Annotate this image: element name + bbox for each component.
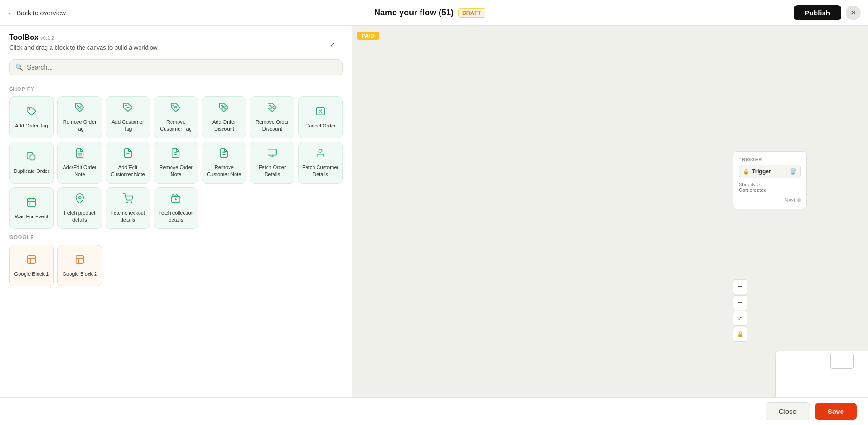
google-block-2-icon: [75, 254, 85, 267]
block-remove-order-discount[interactable]: Remove Order Discount: [250, 96, 294, 138]
app-header: ← Back to overview Name your flow (51) D…: [0, 0, 868, 26]
block-remove-customer-tag[interactable]: Remove Customer Tag: [154, 96, 198, 138]
block-duplicate-order[interactable]: Duplicate Order: [9, 142, 54, 184]
google-block-1-icon: [26, 254, 37, 267]
svg-point-12: [224, 108, 226, 109]
remove-customer-note-icon: [219, 148, 229, 160]
trigger-box-left: 🔒 Trigger: [743, 168, 771, 175]
block-remove-order-note[interactable]: Remove Order Note: [154, 142, 198, 184]
block-add-customer-tag-label: Add Customer Tag: [109, 119, 147, 132]
back-arrow-icon: ←: [7, 9, 14, 17]
block-add-order-discount[interactable]: Add Order Discount: [202, 96, 246, 138]
block-fetch-product-details-label: Fetch product details: [61, 209, 99, 223]
block-fetch-customer-details[interactable]: Fetch Customer Details: [298, 142, 343, 184]
cancel-order-icon: [315, 106, 326, 119]
trigger-name: Trigger: [752, 168, 771, 175]
lock-icon: 🔒: [743, 169, 749, 175]
remove-customer-tag-icon: [171, 102, 181, 115]
trigger-box: 🔒 Trigger 🗑️: [739, 165, 801, 178]
block-fetch-customer-details-label: Fetch Customer Details: [301, 164, 339, 178]
remove-order-discount-icon: [267, 102, 277, 115]
google-blocks-grid: Google Block 1 Google Block 2: [9, 245, 343, 286]
trigger-next: Next: [739, 197, 801, 203]
zoom-out-button[interactable]: −: [733, 295, 747, 310]
search-container: 🔍: [9, 59, 343, 75]
block-fetch-product-details[interactable]: Fetch product details: [57, 187, 102, 229]
add-customer-tag-icon: [123, 102, 133, 115]
block-add-order-tag[interactable]: Add Order Tag: [9, 96, 54, 138]
block-add-edit-customer-note[interactable]: Add/Edit Customer Note: [106, 142, 150, 184]
back-button[interactable]: ← Back to overview: [7, 9, 66, 17]
fit-screen-button[interactable]: ⤢: [733, 311, 747, 326]
back-label: Back to overview: [17, 9, 66, 17]
main-content: ToolBox v0.1.2 ⤢ Click and drag a block …: [0, 26, 868, 397]
add-edit-order-note-icon: [75, 148, 85, 160]
duplicate-order-icon: [26, 152, 37, 164]
wait-for-event-icon: [26, 197, 37, 209]
svg-rect-29: [268, 149, 276, 155]
fetch-collection-details-icon: [171, 193, 181, 206]
block-add-customer-tag[interactable]: Add Customer Tag: [106, 96, 150, 138]
block-add-edit-customer-note-label: Add/Edit Customer Note: [109, 164, 147, 178]
block-duplicate-order-label: Duplicate Order: [13, 168, 49, 174]
block-fetch-order-details-label: Fetch Order Details: [253, 164, 291, 178]
block-google-2-label: Google Block 2: [62, 271, 97, 277]
add-order-discount-icon: [219, 102, 229, 115]
collapse-button[interactable]: ⤢: [330, 41, 335, 48]
svg-rect-31: [28, 198, 36, 206]
block-fetch-collection-details[interactable]: Fetch collection details: [154, 187, 198, 229]
svg-point-8: [173, 105, 174, 106]
block-wait-for-event[interactable]: Wait For Event: [9, 187, 54, 229]
save-button[interactable]: Save: [815, 403, 857, 420]
block-add-edit-order-note[interactable]: Add/Edit Order Note: [57, 142, 102, 184]
block-google-1-label: Google Block 1: [14, 271, 49, 277]
header-left: ← Back to overview: [7, 9, 66, 17]
remove-order-tag-icon: [75, 102, 85, 115]
svg-point-5: [125, 105, 126, 106]
trigger-delete-icon[interactable]: 🗑️: [790, 168, 797, 175]
add-order-tag-icon: [26, 106, 37, 119]
block-remove-customer-note[interactable]: Remove Customer Note: [202, 142, 246, 184]
minimap-box: [830, 353, 854, 369]
svg-point-0: [29, 108, 30, 109]
block-remove-order-tag-label: Remove Order Tag: [61, 119, 99, 132]
zoom-in-button[interactable]: +: [733, 279, 747, 294]
toolbox-title: ToolBox: [9, 33, 38, 41]
block-remove-order-tag[interactable]: Remove Order Tag: [57, 96, 102, 138]
remove-order-note-icon: [171, 148, 181, 160]
block-google-1[interactable]: Google Block 1: [9, 245, 54, 286]
toolbox-panel: ToolBox v0.1.2 ⤢ Click and drag a block …: [0, 26, 352, 397]
block-cancel-order[interactable]: Cancel Order: [298, 96, 343, 138]
toolbox-header: ToolBox v0.1.2 ⤢ Click and drag a block …: [0, 26, 352, 56]
block-fetch-order-details[interactable]: Fetch Order Details: [250, 142, 294, 184]
lock-canvas-button[interactable]: 🔒: [733, 327, 747, 342]
trigger-next-label: Next: [785, 197, 795, 203]
search-input[interactable]: [27, 63, 337, 71]
block-add-order-discount-label: Add Order Discount: [205, 119, 243, 132]
header-close-button[interactable]: ✕: [846, 6, 861, 20]
block-remove-order-discount-label: Remove Order Discount: [253, 119, 291, 132]
block-google-2[interactable]: Google Block 2: [57, 245, 102, 286]
shopify-blocks-grid: Add Order Tag Remove Order Tag Add Custo…: [9, 96, 343, 229]
svg-rect-42: [28, 255, 36, 263]
toolbox-description: Click and drag a block to the canvas to …: [9, 44, 343, 52]
app-footer: Close Save: [0, 397, 868, 425]
svg-rect-9: [175, 107, 178, 108]
header-right: Publish ✕: [794, 5, 861, 20]
svg-point-11: [223, 106, 224, 108]
close-button[interactable]: Close: [766, 402, 810, 420]
block-cancel-order-label: Cancel Order: [305, 122, 335, 129]
zoom-controls: + − ⤢ 🔒: [733, 279, 747, 342]
svg-point-30: [319, 149, 322, 152]
canvas-area: PAID TRIGGER 🔒 Trigger 🗑️ Shopify > Cart…: [352, 26, 868, 397]
next-dot: [797, 198, 801, 202]
svg-point-38: [131, 202, 132, 203]
fetch-customer-details-icon: [315, 148, 326, 160]
svg-point-10: [222, 105, 223, 106]
trigger-label: TRIGGER: [739, 157, 801, 162]
header-center: Name your flow (51) DRAFT: [374, 8, 485, 18]
block-fetch-checkout-details[interactable]: Fetch checkout details: [106, 187, 150, 229]
search-wrapper: 🔍: [0, 56, 352, 81]
publish-button[interactable]: Publish: [794, 5, 841, 20]
trigger-event: Cart created: [739, 187, 767, 193]
